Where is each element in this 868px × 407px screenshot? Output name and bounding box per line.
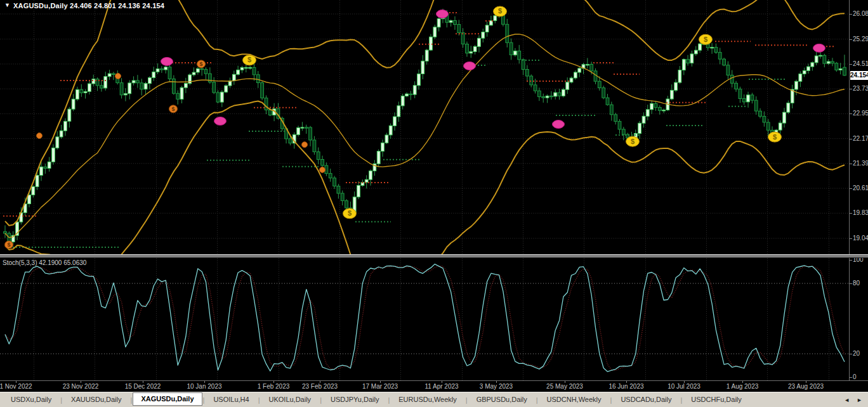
tab-item-usdxu[interactable]: USDXu,Daily bbox=[3, 393, 60, 406]
price-tick bbox=[850, 89, 852, 89]
price-tick-label: 21.390 bbox=[853, 160, 868, 167]
tab-item-xauusdu[interactable]: XAUUSDu,Daily bbox=[63, 393, 129, 406]
svg-text:$: $ bbox=[631, 138, 635, 145]
price-tick bbox=[850, 139, 852, 139]
price-tick bbox=[850, 14, 852, 15]
stoch-tick-label: 20 bbox=[853, 351, 860, 357]
tab-item-ukoilu[interactable]: UKOILu,Daily bbox=[260, 393, 319, 406]
stoch-tick bbox=[850, 377, 852, 378]
price-axis[interactable]: 26.08025.29024.51023.73022.95022.17021.3… bbox=[849, 0, 868, 380]
tabs-scroll-left-icon[interactable]: ◄ bbox=[844, 397, 850, 403]
time-axis[interactable]: 1 Nov 202223 Nov 202215 Dec 202210 Jan 2… bbox=[0, 380, 868, 392]
stochastic-canvas[interactable] bbox=[0, 258, 849, 380]
price-tick bbox=[850, 238, 852, 239]
current-price-tag: 24.154 bbox=[850, 71, 868, 80]
time-tick-label: 15 Dec 2022 bbox=[125, 383, 161, 390]
panel-divider[interactable] bbox=[0, 254, 868, 258]
tab-item-usdcnh[interactable]: USDCNH,Weekly bbox=[539, 393, 610, 406]
time-tick-label: 1 Aug 2023 bbox=[727, 383, 759, 390]
price-tick-label: 26.080 bbox=[853, 11, 868, 17]
svg-text:$: $ bbox=[171, 106, 174, 112]
price-tick bbox=[850, 64, 852, 65]
svg-text:$: $ bbox=[348, 209, 352, 217]
chart-tab-bar: USDXu,Daily|XAUUSDu,Daily|XAGUSDu,Daily|… bbox=[0, 392, 868, 407]
price-tick bbox=[850, 113, 852, 114]
svg-text:$: $ bbox=[498, 7, 502, 15]
tab-scroll-controls: ◄ ► bbox=[844, 397, 868, 403]
tab-item-xagusdu[interactable]: XAGUSDu,Daily bbox=[133, 392, 202, 406]
tab-item-usdcadu[interactable]: USDCADu,Daily bbox=[612, 393, 680, 406]
price-tick-label: 19.040 bbox=[853, 235, 868, 242]
chart-title: XAGUSDu,Daily 24.406 24.801 24.136 24.15… bbox=[13, 2, 164, 10]
time-tick-label: 23 Nov 2022 bbox=[63, 383, 99, 390]
tab-item-gbpusdu[interactable]: GBPUSDu,Daily bbox=[468, 393, 536, 406]
price-tick bbox=[850, 188, 852, 189]
stoch-tick-label: 80 bbox=[853, 280, 860, 287]
svg-text:$: $ bbox=[247, 56, 251, 63]
price-tick-label: 20.610 bbox=[853, 185, 868, 191]
time-tick-label: 23 Aug 2023 bbox=[788, 383, 824, 390]
price-tick bbox=[850, 39, 852, 40]
main-chart-canvas[interactable]: $$$$$$$$$ bbox=[0, 0, 849, 254]
tab-item-usdchfu[interactable]: USDCHFu,Daily bbox=[683, 393, 749, 406]
stoch-tick bbox=[850, 354, 852, 354]
time-tick-label: 16 Jun 2023 bbox=[608, 383, 643, 390]
stoch-tick bbox=[850, 283, 852, 284]
stoch-tick-label: 0 bbox=[853, 374, 857, 380]
time-tick-label: 3 May 2023 bbox=[480, 383, 513, 390]
svg-text:$: $ bbox=[704, 36, 707, 43]
price-tick-label: 23.730 bbox=[853, 86, 868, 92]
time-tick-label: 17 Mar 2023 bbox=[362, 383, 398, 390]
price-tick-label: 22.950 bbox=[853, 110, 868, 117]
time-tick-label: 23 Feb 2023 bbox=[302, 383, 338, 390]
stoch-tick bbox=[850, 260, 852, 261]
tab-item-usoilu[interactable]: USOILu,H4 bbox=[205, 393, 257, 406]
tab-item-usdjpyu[interactable]: USDJPYu,Daily bbox=[322, 393, 387, 406]
tabs-scroll-right-icon[interactable]: ► bbox=[857, 397, 862, 403]
price-tick bbox=[850, 213, 852, 214]
time-tick-label: 1 Feb 2023 bbox=[258, 383, 290, 390]
price-tick bbox=[850, 164, 852, 164]
chart-tabs: USDXu,Daily|XAUUSDu,Daily|XAGUSDu,Daily|… bbox=[0, 392, 750, 407]
price-tick-label: 25.290 bbox=[853, 36, 868, 42]
svg-text:$: $ bbox=[7, 242, 10, 248]
time-tick-label: 10 Jul 2023 bbox=[667, 383, 700, 390]
terminal-chart-window: $$$$$$$$$ ▼ XAGUSDu,Daily 24.406 24.801 … bbox=[0, 0, 868, 407]
price-tick-label: 22.170 bbox=[853, 136, 868, 142]
time-tick-label: 10 Jan 2023 bbox=[187, 383, 221, 390]
window-expand-icon[interactable]: ▼ bbox=[4, 2, 10, 8]
price-tick-label: 19.830 bbox=[853, 210, 868, 216]
time-tick-label: 25 May 2023 bbox=[546, 383, 583, 390]
svg-text:$: $ bbox=[773, 133, 777, 141]
price-tick-label: 24.510 bbox=[853, 61, 868, 67]
stochastic-indicator-label: Stoch(5,3,3) 42.1900 65.0630 bbox=[3, 259, 86, 266]
time-tick-label: 11 Apr 2023 bbox=[424, 383, 458, 390]
tab-item-eurusdu[interactable]: EURUSDu,Weekly bbox=[390, 393, 465, 406]
svg-text:$: $ bbox=[199, 61, 202, 67]
time-tick-label: 1 Nov 2022 bbox=[0, 383, 32, 390]
